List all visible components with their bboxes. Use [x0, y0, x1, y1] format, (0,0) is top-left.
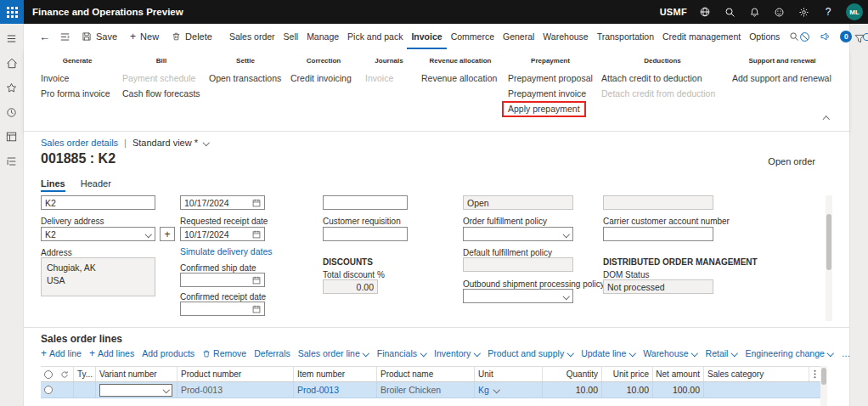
breadcrumb-link[interactable]: Sales order details [41, 138, 118, 148]
column-header-unit[interactable]: Unit [474, 367, 542, 381]
modules-list-icon[interactable] [5, 155, 19, 168]
confirmed-ship-date-field[interactable] [180, 273, 265, 287]
warehouse-menu[interactable]: Warehouse [643, 348, 697, 358]
column-header-item-number[interactable]: Item number [293, 367, 376, 381]
quantity-cell[interactable]: 10.00 [542, 382, 601, 398]
apply-prepayment-button[interactable]: Apply prepayment [508, 104, 580, 114]
tab-sell[interactable]: Sell [279, 24, 303, 49]
notification-count-badge[interactable]: 0 [840, 31, 852, 42]
feedback-smiley-icon[interactable] [772, 5, 786, 19]
menu-hamburger-icon[interactable] [5, 31, 19, 45]
confirmed-receipt-date-field[interactable] [180, 302, 265, 316]
calendar-icon[interactable] [252, 199, 261, 207]
table-row[interactable]: Prod-0013 Prod-0013 Broiler Chicken Kg 1… [41, 382, 820, 398]
customer-field[interactable]: K2 [41, 195, 155, 210]
requested-receipt-date-field[interactable]: 10/17/2024 [180, 227, 265, 241]
prepayment-proposal-button[interactable]: Prepayment proposal [508, 70, 593, 86]
simulate-delivery-dates-link[interactable]: Simulate delivery dates [180, 246, 273, 257]
chevron-down-icon[interactable] [144, 231, 151, 238]
invoice-button[interactable]: Invoice [41, 70, 114, 86]
unlabeled-input-field[interactable] [323, 195, 408, 210]
settings-gear-icon[interactable] [797, 5, 810, 19]
unit-price-cell[interactable]: 10.00 [601, 382, 652, 398]
add-address-button[interactable]: + [160, 227, 175, 241]
chevron-down-icon[interactable] [562, 293, 569, 300]
select-all-radio[interactable] [44, 370, 53, 379]
financials-menu[interactable]: Financials [377, 348, 426, 358]
more-options-button[interactable]: … [842, 348, 851, 358]
add-lines-button[interactable]: +Add lines [89, 348, 134, 358]
open-transactions-button[interactable]: Open transactions [209, 70, 282, 86]
tab-manage[interactable]: Manage [302, 24, 343, 49]
save-button[interactable]: Save [82, 31, 117, 42]
announcements-megaphone-icon[interactable] [820, 31, 831, 42]
recent-clock-icon[interactable] [5, 105, 19, 119]
product-and-supply-menu[interactable]: Product and supply [488, 348, 573, 358]
app-launcher-button[interactable] [0, 0, 24, 24]
tab-invoice[interactable]: Invoice [407, 24, 446, 49]
order-fulfillment-policy-select[interactable] [463, 227, 573, 241]
delivery-address-combo[interactable]: K2 [41, 227, 155, 241]
view-selector[interactable]: Standard view * [132, 138, 209, 148]
add-line-button[interactable]: +Add line [41, 348, 82, 358]
unit-cell[interactable]: Kg [474, 382, 542, 398]
variant-number-combo[interactable] [99, 384, 172, 397]
add-products-button[interactable]: Add products [142, 348, 194, 358]
tab-header[interactable]: Header [81, 175, 111, 192]
add-support-and-renewal-button[interactable]: Add support and renewal [732, 70, 832, 86]
refresh-icon[interactable] [861, 31, 868, 42]
credit-invoicing-button[interactable]: Credit invoicing [290, 70, 357, 86]
tab-commerce[interactable]: Commerce [447, 24, 499, 49]
engineering-change-menu[interactable]: Engineering change [745, 348, 833, 358]
chevron-down-icon[interactable] [493, 386, 500, 393]
retail-menu[interactable]: Retail [706, 348, 738, 358]
column-header-product-number[interactable]: Product number [177, 367, 293, 381]
command-search-icon[interactable] [789, 31, 799, 42]
tab-pick-and-pack[interactable]: Pick and pack [343, 24, 407, 49]
search-icon[interactable] [723, 5, 736, 19]
tab-transportation[interactable]: Transportation [593, 24, 658, 49]
product-name-cell[interactable]: Broiler Chicken [376, 382, 474, 398]
column-options-cell[interactable] [809, 367, 820, 381]
column-header-type[interactable]: Ty... [73, 367, 95, 381]
item-number-link[interactable]: Prod-0013 [297, 385, 339, 395]
inventory-menu[interactable]: Inventory [434, 348, 480, 358]
attach-credit-to-deduction-button[interactable]: Attach credit to deduction [601, 70, 724, 86]
collapse-ribbon-chevron-icon[interactable] [822, 109, 829, 124]
sales-order-line-menu[interactable]: Sales order line [298, 348, 369, 358]
block-icon[interactable] [799, 31, 810, 42]
product-number-cell[interactable]: Prod-0013 [177, 382, 293, 398]
tab-options[interactable]: Options [745, 24, 784, 49]
remove-button[interactable]: Remove [202, 348, 246, 358]
help-icon[interactable]: ? [821, 5, 835, 19]
column-header-variant-number[interactable]: Variant number [95, 367, 177, 381]
order-date-field[interactable]: 10/17/2024 [180, 195, 265, 210]
grid-vertical-scrollbar[interactable] [820, 366, 827, 406]
user-avatar[interactable]: ML [846, 3, 863, 20]
row-select-radio[interactable] [44, 386, 53, 394]
cash-flow-forecasts-button[interactable]: Cash flow forecasts [122, 86, 200, 101]
carrier-account-field[interactable] [603, 227, 713, 241]
notifications-bell-icon[interactable] [747, 5, 761, 19]
pro-forma-invoice-button[interactable]: Pro forma invoice [41, 86, 114, 101]
delete-button[interactable]: Delete [172, 31, 212, 42]
net-amount-cell[interactable]: 100.00 [652, 382, 703, 398]
revenue-allocation-button[interactable]: Revenue allocation [421, 70, 499, 86]
prepayment-invoice-button[interactable]: Prepayment invoice [508, 86, 593, 101]
back-arrow-icon[interactable]: ← [39, 31, 50, 43]
company-picker[interactable]: USMF [660, 7, 687, 17]
favorites-star-icon[interactable] [5, 81, 19, 94]
new-button[interactable]: + New [130, 31, 159, 42]
update-line-menu[interactable]: Update line [581, 348, 635, 358]
tab-general[interactable]: General [499, 24, 538, 49]
deferrals-button[interactable]: Deferrals [254, 348, 290, 358]
column-header-quantity[interactable]: Quantity [542, 367, 601, 381]
tab-sales-order[interactable]: Sales order [225, 24, 279, 49]
customer-requisition-field[interactable] [323, 227, 408, 241]
column-header-sales-category[interactable]: Sales category [703, 367, 809, 381]
outbound-policy-select[interactable] [463, 289, 573, 303]
workspaces-icon[interactable] [5, 130, 19, 144]
tab-warehouse[interactable]: Warehouse [538, 24, 592, 49]
calendar-icon[interactable] [252, 230, 261, 239]
chevron-down-icon[interactable] [562, 231, 569, 238]
